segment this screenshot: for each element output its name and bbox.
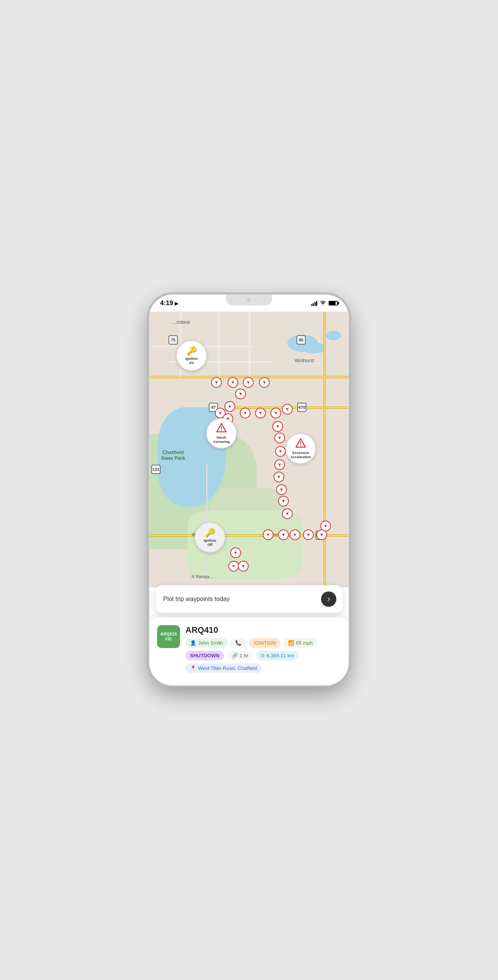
- wifi-icon: [319, 300, 326, 307]
- excessive-accel-marker: ! ExcessiveAcceleration: [285, 433, 316, 464]
- route-dot-18: [276, 484, 287, 495]
- speed-tag: 📶 65 mph: [283, 638, 317, 648]
- ignition-on-label: IgnitionOn: [185, 357, 198, 365]
- route-dot-9: [240, 408, 251, 418]
- route-dot-12: [282, 404, 293, 415]
- road-label-rampart: N Rampa...: [192, 574, 213, 579]
- plot-trip-banner[interactable]: Plot trip waypoints today ›: [156, 585, 342, 613]
- route-dot-22: [278, 529, 289, 540]
- route-dot-10: [255, 408, 266, 418]
- road-sm-v2: [218, 312, 220, 377]
- distance-tag: ⊙ 6,369.11 km: [256, 651, 299, 660]
- road-v85: [323, 312, 326, 587]
- address-tag: 📍 West Titan Road, Chatfield: [185, 663, 262, 673]
- ignition-status: IGNITION: [254, 640, 276, 646]
- ignition-off-marker: 🔑 IgnitionOff: [195, 522, 225, 553]
- highway-shield-121: 121: [151, 465, 161, 474]
- vehicle-card-header: ARQ510 VIC ARQ410 👤 John Smith 📞: [157, 625, 341, 673]
- phone-icon: 📞: [235, 640, 241, 646]
- city-label-columbine: ...mbine: [172, 319, 190, 325]
- camera-dot: [247, 298, 251, 302]
- map-area: 85 75 470 47 121 85 ...mbine: [149, 312, 349, 587]
- bottom-panel: Plot trip waypoints today › ARQ510 VIC A…: [149, 585, 349, 685]
- road-sm-v3: [249, 312, 250, 377]
- svg-text:!: !: [300, 441, 301, 447]
- route-dot-17: [274, 472, 284, 482]
- driver-name: John Smith: [198, 640, 223, 646]
- driver-tag: 👤 John Smith: [185, 638, 228, 648]
- ignition-tag: IGNITION: [249, 638, 280, 648]
- vehicle-tags: 👤 John Smith 📞 IGNITION 📶 6: [185, 638, 341, 673]
- route-dot-2: [228, 377, 238, 388]
- route-dot-13: [272, 421, 283, 432]
- address-pin-icon: 📍: [190, 665, 196, 671]
- route-dot-20: [282, 508, 293, 519]
- person-icon: 👤: [190, 640, 196, 646]
- ignition-on-marker: 🔑 IgnitionOn: [176, 340, 207, 371]
- route-dot-26: [320, 521, 331, 531]
- route-dot-3: [243, 377, 254, 388]
- route-dot-4: [259, 377, 270, 388]
- harsh-cornering-marker: ! HarshCornering: [206, 418, 237, 449]
- route-dot-11: [270, 408, 281, 418]
- plot-trip-button[interactable]: ›: [321, 591, 336, 607]
- route-dot-6: [224, 401, 235, 412]
- distance-value: 6,369.11 km: [267, 653, 294, 658]
- harsh-cornering-label: HarshCornering: [213, 436, 229, 444]
- status-icons: [311, 300, 338, 307]
- shutdown-status: SHUTDOWN: [190, 653, 220, 658]
- location-arrow-icon: ▶: [175, 301, 179, 306]
- vehicle-avatar: ARQ510 VIC: [157, 625, 180, 648]
- ignition-off-icon: 🔑: [205, 528, 215, 538]
- route-dot-23: [290, 529, 300, 540]
- highway-shield-470: 470: [297, 403, 306, 412]
- shutdown-tag: SHUTDOWN: [185, 651, 224, 660]
- excessive-accel-label: ExcessiveAcceleration: [290, 451, 311, 459]
- status-time: 4:19: [160, 299, 173, 307]
- vehicle-info: ARQ410 👤 John Smith 📞 IGNITION: [185, 625, 341, 673]
- route-dot-16: [274, 459, 285, 470]
- highway-shield-85: 85: [297, 335, 306, 345]
- route-dot-15: [275, 446, 286, 457]
- route-dot-21: [263, 529, 274, 540]
- speed-icon: 📶: [288, 640, 294, 646]
- duration-value: 1 hr: [240, 653, 248, 658]
- vehicle-card: ARQ510 VIC ARQ410 👤 John Smith 📞: [149, 617, 349, 685]
- highway-shield-75: 75: [169, 335, 178, 345]
- route-dot-27: [230, 547, 241, 558]
- route-dot-29: [238, 561, 249, 572]
- plot-trip-text: Plot trip waypoints today: [163, 596, 229, 603]
- water-small-2: [303, 342, 326, 354]
- ignition-off-label: IgnitionOff: [204, 539, 216, 547]
- route-dot-28: [228, 561, 239, 572]
- excessive-accel-icon: !: [295, 438, 306, 450]
- svg-text:!: !: [220, 425, 222, 432]
- duration-tag: 🔗 1 hr: [227, 651, 253, 660]
- harsh-cornering-icon: !: [216, 423, 227, 435]
- battery-icon: [329, 301, 338, 305]
- map-label-chatfield: ChatfieldState Park: [161, 449, 185, 461]
- route-dot-14: [274, 433, 285, 443]
- phone-tag: 📞: [231, 638, 246, 648]
- phone-frame: 4:19 ▶: [149, 295, 349, 685]
- route-dot-5: [235, 389, 246, 399]
- distance-icon: ⊙: [260, 653, 265, 658]
- speed-value: 65 mph: [296, 640, 313, 646]
- duration-icon: 🔗: [232, 653, 238, 658]
- route-dot-19: [278, 496, 289, 506]
- city-label-wolhurst: Wolhurst: [295, 358, 314, 363]
- water-small-3: [326, 331, 341, 340]
- signal-bars-icon: [311, 301, 318, 306]
- route-dot-24: [303, 529, 314, 540]
- ignition-on-icon: 🔑: [187, 346, 197, 356]
- phone-inner: 4:19 ▶: [149, 295, 349, 685]
- vehicle-id: ARQ410: [185, 625, 341, 635]
- route-dot-1: [211, 377, 222, 388]
- address-value: West Titan Road, Chatfield: [198, 665, 257, 671]
- plot-trip-arrow-icon: ›: [327, 594, 330, 604]
- notch: [226, 295, 272, 305]
